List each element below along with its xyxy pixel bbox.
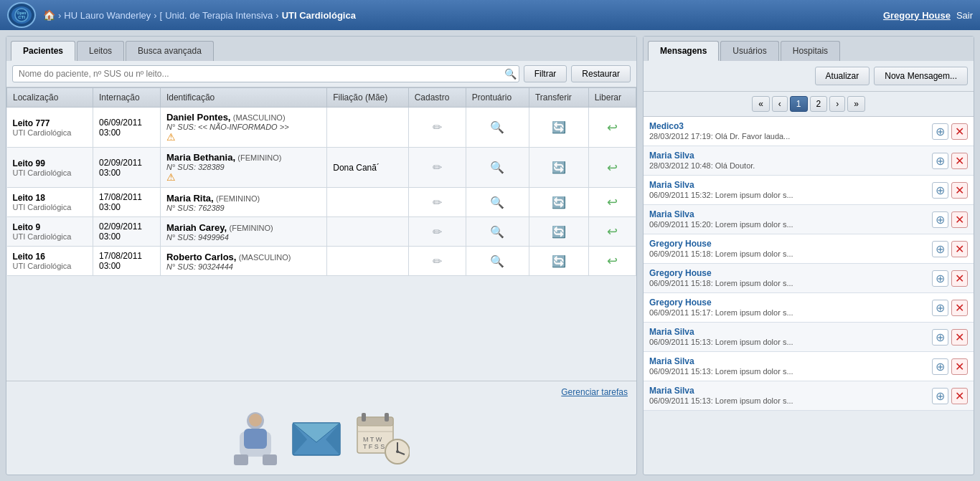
cell-release-3[interactable]: ↩	[588, 217, 636, 247]
msg-zoom-button-0[interactable]: ⊕	[932, 123, 948, 140]
msg-sender-4[interactable]: Gregory House	[649, 239, 712, 249]
msg-sender-0[interactable]: Medico3	[649, 121, 684, 131]
release-icon-0[interactable]: ↩	[603, 119, 621, 136]
msg-delete-button-2[interactable]: ✕	[951, 182, 968, 199]
cell-transfer-1[interactable]: 🔄	[529, 148, 588, 188]
cell-transfer-3[interactable]: 🔄	[529, 217, 588, 247]
cell-transfer-0[interactable]: 🔄	[529, 108, 588, 148]
prontuario-icon-1[interactable]: 🔍	[489, 159, 506, 176]
update-button[interactable]: Atualizar	[815, 67, 870, 85]
transfer-icon-3[interactable]: 🔄	[550, 223, 567, 240]
cell-cadastro-1[interactable]: ✏	[408, 148, 466, 188]
msg-delete-button-4[interactable]: ✕	[951, 241, 968, 257]
msg-zoom-button-2[interactable]: ⊕	[932, 182, 948, 199]
breadcrumb-item-2[interactable]: Unid. de Terapia Intensiva	[165, 10, 273, 21]
msg-zoom-button-7[interactable]: ⊕	[932, 329, 948, 346]
msg-delete-button-5[interactable]: ✕	[951, 270, 968, 287]
manage-tasks-link[interactable]: Gerenciar tarefas	[561, 387, 628, 397]
msg-sender-9[interactable]: Maria Silva	[649, 386, 694, 396]
msg-sender-7[interactable]: Maria Silva	[649, 327, 694, 337]
msg-sender-3[interactable]: Maria Silva	[649, 209, 694, 219]
msg-zoom-button-8[interactable]: ⊕	[932, 358, 948, 375]
cell-filiation-0	[327, 108, 408, 148]
msg-zoom-button-5[interactable]: ⊕	[932, 270, 948, 287]
cell-release-4[interactable]: ↩	[588, 247, 636, 276]
page-2-button[interactable]: 2	[810, 96, 828, 112]
cell-release-1[interactable]: ↩	[588, 148, 636, 188]
page-first-button[interactable]: «	[752, 96, 770, 112]
user-name[interactable]: Gregory House	[883, 10, 951, 21]
edit-icon-0[interactable]: ✏	[428, 119, 446, 136]
table-row: Leito 777 UTI Cardiológica 06/09/2011 03…	[7, 108, 636, 148]
filter-button[interactable]: Filtrar	[524, 65, 567, 82]
msg-sender-5[interactable]: Gregory House	[649, 268, 712, 278]
edit-icon-4[interactable]: ✏	[428, 252, 446, 270]
msg-sender-8[interactable]: Maria Silva	[649, 356, 694, 366]
msg-zoom-button-6[interactable]: ⊕	[932, 300, 948, 316]
prontuario-icon-4[interactable]: 🔍	[489, 252, 506, 270]
prontuario-icon-2[interactable]: 🔍	[489, 194, 506, 211]
search-button[interactable]: 🔍	[504, 68, 517, 80]
msg-delete-button-8[interactable]: ✕	[951, 358, 968, 375]
page-next-button[interactable]: ›	[829, 96, 845, 112]
cell-cadastro-0[interactable]: ✏	[408, 108, 466, 148]
breadcrumb-item-3[interactable]: UTI Cardiológica	[282, 10, 356, 21]
cell-transfer-2[interactable]: 🔄	[529, 188, 588, 217]
transfer-icon-2[interactable]: 🔄	[550, 194, 567, 211]
transfer-icon-1[interactable]: 🔄	[550, 159, 567, 176]
msg-sender-1[interactable]: Maria Silva	[649, 151, 694, 161]
msg-delete-button-0[interactable]: ✕	[951, 123, 968, 140]
cell-release-0[interactable]: ↩	[588, 108, 636, 148]
list-item: Medico3 28/03/2012 17:19: Olá Dr. Favor …	[644, 117, 974, 146]
cell-cadastro-4[interactable]: ✏	[408, 247, 466, 276]
new-message-button[interactable]: Nova Mensagem...	[874, 67, 968, 85]
release-icon-1[interactable]: ↩	[603, 159, 621, 176]
cell-prontuario-3[interactable]: 🔍	[466, 217, 529, 247]
home-icon[interactable]: 🏠	[43, 9, 55, 21]
tab-usuarios[interactable]: Usuários	[720, 41, 778, 61]
search-input[interactable]	[12, 65, 519, 82]
tab-pacientes[interactable]: Pacientes	[11, 41, 75, 61]
edit-icon-2[interactable]: ✏	[428, 194, 446, 211]
prontuario-icon-3[interactable]: 🔍	[489, 223, 506, 240]
tab-hospitais[interactable]: Hospitais	[781, 41, 840, 61]
msg-sender-6[interactable]: Gregory House	[649, 297, 712, 308]
msg-zoom-button-9[interactable]: ⊕	[932, 388, 948, 404]
cell-prontuario-0[interactable]: 🔍	[466, 108, 529, 148]
unit-label-0: UTI Cardiológica	[13, 128, 87, 137]
edit-icon-1[interactable]: ✏	[428, 159, 446, 176]
transfer-icon-4[interactable]: 🔄	[550, 252, 567, 270]
msg-delete-button-1[interactable]: ✕	[951, 153, 968, 169]
msg-delete-button-9[interactable]: ✕	[951, 388, 968, 404]
msg-sender-2[interactable]: Maria Silva	[649, 180, 694, 190]
transfer-icon-0[interactable]: 🔄	[550, 119, 567, 136]
cell-prontuario-2[interactable]: 🔍	[466, 188, 529, 217]
msg-delete-button-3[interactable]: ✕	[951, 211, 968, 228]
edit-icon-3[interactable]: ✏	[428, 223, 446, 240]
cell-release-2[interactable]: ↩	[588, 188, 636, 217]
breadcrumb-item-1[interactable]: HU Lauro Wanderley	[64, 10, 151, 21]
release-icon-4[interactable]: ↩	[603, 252, 621, 270]
msg-delete-button-6[interactable]: ✕	[951, 300, 968, 316]
svg-rect-5	[234, 454, 248, 465]
cell-prontuario-4[interactable]: 🔍	[466, 247, 529, 276]
cell-cadastro-3[interactable]: ✏	[408, 217, 466, 247]
page-1-button[interactable]: 1	[790, 96, 808, 112]
cell-prontuario-1[interactable]: 🔍	[466, 148, 529, 188]
logout-button[interactable]: Sair	[956, 10, 973, 21]
msg-zoom-button-3[interactable]: ⊕	[932, 211, 948, 228]
page-prev-button[interactable]: ‹	[772, 96, 788, 112]
release-icon-2[interactable]: ↩	[603, 194, 621, 211]
prontuario-icon-0[interactable]: 🔍	[489, 119, 506, 136]
msg-delete-button-7[interactable]: ✕	[951, 329, 968, 346]
tab-busca[interactable]: Busca avançada	[126, 41, 214, 61]
msg-zoom-button-4[interactable]: ⊕	[932, 241, 948, 257]
msg-zoom-button-1[interactable]: ⊕	[932, 153, 948, 169]
tab-leitos[interactable]: Leitos	[77, 41, 124, 61]
release-icon-3[interactable]: ↩	[603, 223, 621, 240]
cell-cadastro-2[interactable]: ✏	[408, 188, 466, 217]
tab-mensagens[interactable]: Mensagens	[648, 41, 719, 61]
restore-button[interactable]: Restaurar	[571, 65, 631, 82]
page-last-button[interactable]: »	[847, 96, 865, 112]
cell-transfer-4[interactable]: 🔄	[529, 247, 588, 276]
